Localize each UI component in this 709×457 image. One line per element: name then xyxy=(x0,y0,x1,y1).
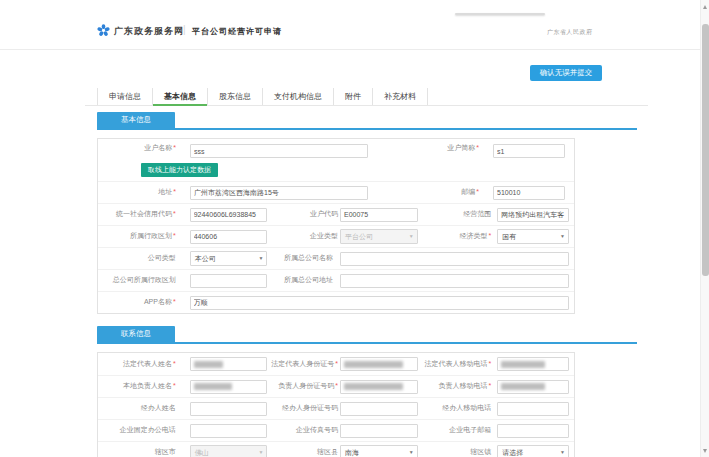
agent-phone-input[interactable] xyxy=(497,402,569,416)
hq-address-label: 所属总公司地址 xyxy=(284,276,333,283)
form-row: 统一社会信用代码* 业户代码 经营范围 xyxy=(98,203,574,225)
app-header: 广东政务服务网 | 平台公司经营许可申请 广东省人民政府 xyxy=(0,0,700,50)
redacted-value xyxy=(194,361,223,368)
form-row: 公司类型 本公司▼ 所属总公司名称 xyxy=(98,247,574,269)
app-name-input[interactable] xyxy=(190,296,569,310)
redacted-value xyxy=(194,383,232,390)
form-row: 企业固定办公电话 企业传真号码 企业电子邮箱 xyxy=(98,419,574,441)
required-asterisk: * xyxy=(173,382,176,389)
address-input[interactable] xyxy=(190,186,368,200)
redacted-value xyxy=(501,361,544,368)
agent-id-input[interactable] xyxy=(340,402,418,416)
admin-division-label: 所属行政区划 xyxy=(130,232,172,239)
credit-code-input[interactable] xyxy=(190,208,268,222)
portal-name: 广东政务服务网 xyxy=(114,25,184,38)
business-scope-input[interactable] xyxy=(497,208,569,222)
local-name-label: 本地负责人姓名 xyxy=(123,382,172,389)
chevron-down-icon: ▼ xyxy=(560,450,565,455)
owner-alias-input[interactable] xyxy=(493,144,565,158)
hq-name-input[interactable] xyxy=(340,252,569,266)
fetch-online-capability-data-button[interactable]: 取线上能力认定数据 xyxy=(141,163,218,177)
jurisdiction-town-select[interactable]: 请选择▼ xyxy=(497,445,569,457)
jurisdiction-county-select[interactable]: 南海▼ xyxy=(340,445,418,457)
gov-portal-link[interactable]: 广东省人民政府 xyxy=(547,28,593,37)
tab-supplementary-materials[interactable]: 补充材料 xyxy=(372,88,428,105)
required-asterisk: * xyxy=(335,382,338,389)
postcode-label: 邮编 xyxy=(461,188,475,195)
owner-name-label: 业户名称 xyxy=(144,144,172,151)
company-type-label: 公司类型 xyxy=(148,254,176,261)
jurisdiction-city-label: 辖区市 xyxy=(155,448,176,455)
scrollbar-down-icon[interactable] xyxy=(703,449,707,453)
form-tabs: 申请信息 基本信息 股东信息 支付机构信息 附件 补充材料 xyxy=(85,88,648,106)
form-row: 地址* 邮编* xyxy=(98,181,574,203)
enterprise-type-label: 企业类型 xyxy=(310,232,338,239)
basic-info-table: 业户名称* 业户简称* 取线上能力认定数据 地址* 邮编* 统一社会信用代码* … xyxy=(97,138,575,314)
scrollbar[interactable] xyxy=(700,0,709,457)
responsible-id-input[interactable] xyxy=(340,380,418,394)
agent-id-label: 经办人身份证号码 xyxy=(282,404,338,411)
scrollbar-thumb[interactable] xyxy=(702,24,709,276)
tab-payment-institution-info[interactable]: 支付机构信息 xyxy=(262,88,333,105)
tab-basic-info[interactable]: 基本信息 xyxy=(152,88,207,105)
office-phone-input[interactable] xyxy=(190,424,268,438)
required-asterisk: * xyxy=(476,144,479,151)
owner-name-input[interactable] xyxy=(190,144,368,158)
admin-division-input[interactable] xyxy=(190,230,268,244)
form-row: 总公司所属行政区划 所属总公司地址 xyxy=(98,269,574,291)
legal-name-label: 法定代表人姓名 xyxy=(123,360,172,367)
page-title: 平台公司经营许可申请 xyxy=(192,26,282,37)
form-row: 所属行政区划* 企业类型 平台公司▼ 经济类型* 国有▼ xyxy=(98,225,574,247)
form-row: 业户名称* 业户简称* 取线上能力认定数据 xyxy=(98,139,574,181)
scrollbar-up-icon[interactable] xyxy=(703,5,707,9)
owner-code-input[interactable] xyxy=(340,208,418,222)
chevron-down-icon: ▼ xyxy=(409,234,414,239)
business-scope-label: 经营范围 xyxy=(463,210,491,217)
postcode-input[interactable] xyxy=(493,186,565,200)
form-row: 经办人姓名 经办人身份证号码 经办人移动电话 xyxy=(98,397,574,419)
agent-name-input[interactable] xyxy=(190,402,268,416)
confirm-submit-button[interactable]: 确认无误并提交 xyxy=(530,65,602,81)
company-type-select[interactable]: 本公司▼ xyxy=(190,251,268,266)
required-asterisk: * xyxy=(489,232,492,239)
email-label: 企业电子邮箱 xyxy=(449,426,491,433)
required-asterisk: * xyxy=(489,360,492,367)
app-name-label: APP名称 xyxy=(144,298,172,305)
tab-attachments[interactable]: 附件 xyxy=(333,88,372,105)
required-asterisk: * xyxy=(173,232,176,239)
responsible-phone-input[interactable] xyxy=(497,380,569,394)
tab-shareholder-info[interactable]: 股东信息 xyxy=(207,88,262,105)
chevron-down-icon: ▼ xyxy=(258,450,263,455)
redacted-value xyxy=(501,383,544,390)
chevron-down-icon: ▼ xyxy=(258,256,263,261)
required-asterisk: * xyxy=(335,360,338,367)
contact-info-section-header: 联系信息 xyxy=(97,326,637,344)
jurisdiction-county-label: 辖区县 xyxy=(317,448,338,455)
legal-id-input[interactable] xyxy=(340,357,418,371)
legal-id-label: 法定代表人身份证号 xyxy=(271,360,334,367)
address-label: 地址 xyxy=(158,188,172,195)
contact-info-table: 法定代表人姓名* 法定代表人身份证号* 法定代表人移动电话* 本地负责人姓名* … xyxy=(97,352,575,457)
hq-name-label: 所属总公司名称 xyxy=(284,254,333,261)
credit-code-label: 统一社会信用代码 xyxy=(116,210,172,217)
email-input[interactable] xyxy=(497,424,569,438)
required-asterisk: * xyxy=(489,382,492,389)
chevron-down-icon: ▼ xyxy=(409,450,414,455)
responsible-id-label: 负责人身份证号码 xyxy=(278,382,334,389)
office-phone-label: 企业固定办公电话 xyxy=(120,426,176,433)
fax-input[interactable] xyxy=(340,424,418,438)
chevron-down-icon: ▼ xyxy=(560,234,565,239)
top-shadow-artifact xyxy=(455,13,545,15)
hq-division-input[interactable] xyxy=(190,274,268,288)
local-name-input[interactable] xyxy=(190,380,268,394)
required-asterisk: * xyxy=(173,188,176,195)
tab-application-info[interactable]: 申请信息 xyxy=(97,88,152,105)
contact-info-section-title: 联系信息 xyxy=(97,326,175,342)
form-row: 法定代表人姓名* 法定代表人身份证号* 法定代表人移动电话* xyxy=(98,353,574,375)
legal-name-input[interactable] xyxy=(190,357,268,371)
legal-phone-input[interactable] xyxy=(497,357,569,371)
hq-address-input[interactable] xyxy=(340,274,569,288)
required-asterisk: * xyxy=(173,360,176,367)
economic-type-select[interactable]: 国有▼ xyxy=(497,229,569,244)
basic-info-section-header: 基本信息 xyxy=(97,112,637,130)
